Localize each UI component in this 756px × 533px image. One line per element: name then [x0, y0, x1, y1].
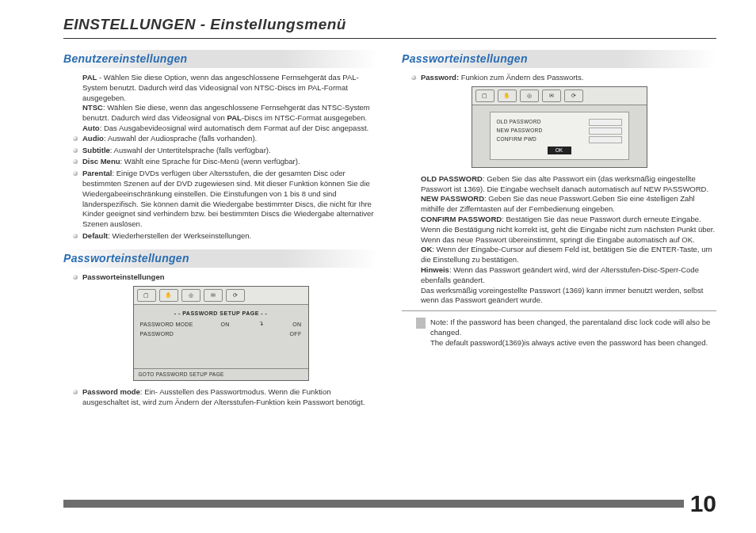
text-discmenu: : Wählt eine Sprache für Disc-Menü (wenn… [120, 157, 300, 166]
title-rule [63, 38, 716, 39]
osd-tab-icon: ⟳ [564, 89, 583, 102]
text-parental: : Einige DVDs verfügen über Altersstufen… [82, 169, 374, 228]
text-audio: : Auswahl der Audiosprache (falls vorhan… [104, 134, 257, 143]
osd-inner-box: OLD PASSWORD NEW PASSWORD CONFIRM PWD OK [490, 112, 629, 161]
term-default: Default [82, 231, 108, 240]
section-heading-password-right: Passworteinstellungen [402, 50, 716, 68]
note-icon [416, 318, 426, 329]
osd-tab-icon: ✋ [159, 289, 178, 302]
password-mode-list: Password mode: Ein- Ausstellen des Passw… [63, 387, 378, 408]
columns: Benutzereinstellungen PAL - Wählen Sie d… [63, 47, 716, 409]
osd-input-field [589, 119, 622, 126]
text-ok: : Wenn der Eingabe-Cursor auf diesem Fel… [421, 245, 712, 264]
osd-password-change: ▢ ✋ ◎ ✉ ⟳ OLD PASSWORD NEW PASSWORD CONF… [472, 86, 647, 168]
note-box: Note: If the password has been changed, … [402, 318, 716, 348]
term-parental: Parental [82, 169, 113, 177]
auto-text: : Das Ausgabevideosignal wird automatisc… [100, 124, 369, 132]
list-item: Password: Funkion zum Ändern des Passwor… [411, 73, 716, 83]
osd-row: PASSWORD OFF [140, 330, 302, 337]
term-pwmode: Password mode [82, 387, 140, 396]
text-password: Funkion zum Ändern des Passworts. [459, 73, 583, 82]
osd-value: ON [221, 321, 230, 328]
term-oldpw: OLD PASSWORD [421, 174, 483, 183]
osd-label: CONFIRM PWD [497, 136, 537, 143]
section-heading-password-left: Passworteinstellungen [63, 249, 378, 268]
list-item: Subtitle: Auswahl der Untertitelsprache … [73, 146, 378, 156]
list-item: Disc Menu: Wählt eine Sprache für Disc-M… [73, 157, 378, 167]
term-hint: Hinweis [421, 265, 449, 274]
pal-term: PAL [82, 73, 97, 82]
osd-row: NEW PASSWORD [497, 128, 622, 135]
manual-page: EINSTELLUNGEN - Einstellungsmenü Benutze… [0, 0, 756, 533]
term-subtitle: Subtitle [82, 146, 110, 154]
password-change-list: Password: Funkion zum Ändern des Passwor… [402, 73, 716, 83]
note-line-1: Note: If the password has been changed, … [430, 318, 710, 337]
list-item: Password mode: Ein- Ausstellen des Passw… [73, 387, 378, 408]
osd-tabs: ▢ ✋ ◎ ✉ ⟳ [472, 87, 647, 105]
text-hint: : Wenn das Passwort geändert wird, wird … [421, 265, 699, 284]
pw-bullet-label: Passworteinstellungen [82, 272, 164, 281]
list-item: Passworteinstellungen [73, 272, 378, 283]
osd-input-field [589, 136, 622, 143]
term-confpw: CONFIRM PASSWORD [421, 215, 502, 223]
osd-ok-button: OK [548, 147, 571, 155]
osd-label: PASSWORD MODE [140, 321, 193, 328]
right-column: Passworteinstellungen Password: Funkion … [402, 47, 716, 409]
osd-row: CONFIRM PWD [497, 136, 622, 143]
osd-footer: GOTO PASSWORD SETUP PAGE [134, 368, 308, 381]
auto-term: Auto [82, 124, 100, 132]
osd-tab-icon: ▢ [137, 289, 156, 302]
password-list: Passworteinstellungen [63, 272, 378, 283]
pal2-term: PAL [227, 113, 242, 122]
osd-title: - - PASSWORD SETUP PAGE - - [140, 310, 302, 317]
page-footer: 10 [63, 492, 716, 516]
osd-label: OLD PASSWORD [497, 119, 541, 126]
term-audio: Audio [82, 134, 104, 143]
pal2-text: -Discs im NTSC-Format ausgegeben. [242, 113, 367, 122]
osd-tab-icon: ◎ [181, 289, 200, 302]
osd-tab-icon: ▢ [475, 89, 494, 102]
osd-option: OFF [290, 330, 302, 337]
footer-bar [63, 500, 684, 508]
osd-tab-icon: ⟳ [226, 289, 245, 302]
osd-tabs: ▢ ✋ ◎ ✉ ⟳ [134, 287, 308, 305]
list-item: Parental: Einige DVDs verfügen über Alte… [73, 169, 378, 230]
osd-password-setup: ▢ ✋ ◎ ✉ ⟳ - - PASSWORD SETUP PAGE - - PA… [133, 286, 309, 382]
left-column: Benutzereinstellungen PAL - Wählen Sie d… [63, 47, 378, 409]
term-ok: OK [421, 245, 432, 253]
user-settings-list: Audio: Auswahl der Audiosprache (falls v… [63, 134, 378, 242]
list-item: Audio: Auswahl der Audiosprache (falls v… [73, 134, 378, 144]
divider [402, 310, 716, 311]
page-title: EINSTELLUNGEN - Einstellungsmenü [63, 16, 716, 33]
note-text: Note: If the password has been changed, … [430, 318, 716, 348]
pal-text: - Wählen Sie diese Option, wenn das ange… [82, 73, 359, 102]
page-number: 10 [690, 492, 716, 516]
list-item: Default: Wiederherstellen der Werkseinst… [73, 231, 378, 242]
osd-row: OLD PASSWORD [497, 119, 622, 126]
tv-system-block: PAL - Wählen Sie diese Option, wenn das … [63, 73, 378, 134]
text-subtitle: : Auswahl der Untertitelsprache (falls v… [110, 146, 271, 154]
ntsc-term: NTSC [82, 103, 103, 112]
term-discmenu: Disc Menu [82, 157, 120, 166]
osd-label: NEW PASSWORD [497, 128, 543, 135]
osd-label: PASSWORD [140, 330, 174, 337]
arrow-icon: ↴ [258, 320, 265, 329]
term-newpw: NEW PASSWORD [421, 194, 484, 203]
password-desc-block: OLD PASSWORD: Geben Sie das alte Passwor… [402, 174, 716, 306]
osd-input-field [589, 128, 622, 135]
osd-body: - - PASSWORD SETUP PAGE - - PASSWORD MOD… [134, 305, 308, 368]
osd-body: OLD PASSWORD NEW PASSWORD CONFIRM PWD OK [472, 112, 647, 167]
section-heading-user: Benutzereinstellungen [63, 50, 378, 68]
osd-row: PASSWORD MODE ON ↴ ON [140, 320, 302, 329]
term-password: Password: [421, 73, 459, 82]
osd-tab-icon: ◎ [520, 89, 539, 102]
text-default: : Wiederherstellen der Werkseinstellunge… [108, 231, 251, 240]
osd-tab-icon: ✉ [204, 289, 223, 302]
note-line-2: The default password(1369)is always acti… [430, 338, 708, 347]
osd-tab-icon: ✉ [542, 89, 561, 102]
osd-tab-icon: ✋ [498, 89, 517, 102]
text-tail: Das werksmäßig voreingestellte Passwort … [421, 286, 703, 305]
osd-option: ON [292, 321, 301, 328]
